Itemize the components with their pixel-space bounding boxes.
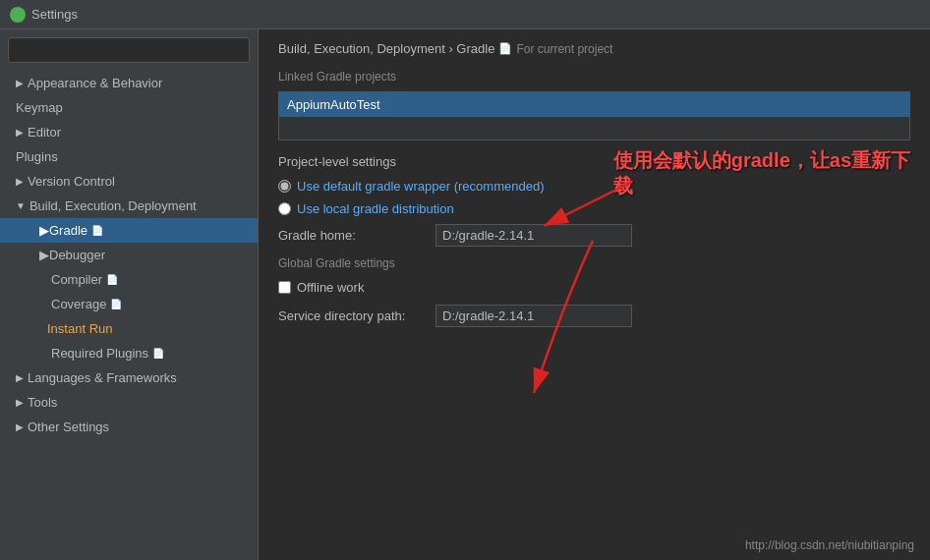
settings-icon [10,7,26,23]
sidebar-item-label: Gradle [49,223,87,238]
page-icon: 📄 [152,348,164,359]
gradle-home-row: Gradle home: [278,224,910,247]
window-title: Settings [31,7,78,22]
sidebar-item-build-execution[interactable]: ▼ Build, Execution, Deployment [0,194,258,218]
sidebar-item-version-control[interactable]: ▶ Version Control [0,169,258,194]
radio-default-wrapper[interactable] [278,180,291,193]
offline-work-checkbox[interactable] [278,281,291,294]
sidebar-item-compiler[interactable]: Compiler 📄 [0,267,258,292]
sidebar-item-other-settings[interactable]: ▶ Other Settings [0,415,258,439]
sidebar-item-label: Version Control [28,174,115,189]
sidebar-item-label: Keymap [16,100,63,115]
breadcrumb: Build, Execution, Deployment › Gradle 📄 … [278,41,910,56]
arrow-icon: ▶ [16,421,24,432]
sidebar-item-label: Instant Run [47,321,113,336]
sidebar: ▶ Appearance & Behavior Keymap ▶ Editor … [0,29,259,560]
sidebar-item-required-plugins[interactable]: Required Plugins 📄 [0,341,258,365]
sidebar-item-coverage[interactable]: Coverage 📄 [0,292,258,316]
arrow-icon: ▶ [16,127,24,138]
sidebar-item-label: Languages & Frameworks [28,370,177,385]
page-icon: 📄 [106,274,118,285]
service-directory-row: Service directory path: [278,305,910,327]
sidebar-item-label: Debugger [49,248,105,262]
sidebar-nav: ▶ Appearance & Behavior Keymap ▶ Editor … [0,71,258,560]
service-directory-input[interactable] [436,305,632,327]
search-input[interactable] [15,43,243,58]
radio-label-local: Use local gradle distribution [297,201,454,216]
global-settings-label: Global Gradle settings [278,256,910,270]
project-label: For current project [516,42,612,56]
service-directory-label: Service directory path: [278,308,436,323]
sidebar-item-label: Other Settings [28,420,109,434]
sidebar-item-editor[interactable]: ▶ Editor [0,120,258,144]
arrow-icon: ▶ [16,78,24,88]
sidebar-item-appearance[interactable]: ▶ Appearance & Behavior [0,71,258,95]
sidebar-item-label: Plugins [16,149,58,164]
search-box[interactable] [8,37,250,63]
arrow-icon: ▶ [16,372,24,383]
sidebar-item-languages[interactable]: ▶ Languages & Frameworks [0,365,258,390]
sidebar-item-gradle[interactable]: ▶ Gradle 📄 [0,218,258,243]
sidebar-item-instant-run[interactable]: Instant Run [0,316,258,341]
gradle-home-label: Gradle home: [278,228,436,243]
sidebar-item-keymap[interactable]: Keymap [0,95,258,120]
linked-project-item[interactable]: AppiumAutoTest [279,92,909,117]
offline-work-label: Offline work [297,280,364,295]
sidebar-item-label: Compiler [51,272,102,287]
linked-projects-label: Linked Gradle projects [278,70,910,84]
radio-option-default-wrapper[interactable]: Use default gradle wrapper (recommended) [278,179,910,194]
sidebar-item-label: Tools [28,395,57,410]
arrow-icon: ▶ [39,223,49,238]
arrow-icon: ▶ [16,397,24,408]
arrow-icon: ▼ [16,200,26,211]
radio-group: Use default gradle wrapper (recommended)… [278,179,910,216]
sidebar-item-tools[interactable]: ▶ Tools [0,390,258,415]
sidebar-item-label: Editor [28,125,61,140]
arrow-icon: ▶ [39,248,49,262]
sidebar-item-label: Required Plugins [51,346,148,361]
breadcrumb-path: Build, Execution, Deployment › Gradle [278,41,494,56]
sidebar-item-label: Coverage [51,297,106,311]
sidebar-item-label: Appearance & Behavior [28,76,162,90]
radio-option-local-distribution[interactable]: Use local gradle distribution [278,201,910,216]
radio-label-default: Use default gradle wrapper (recommended) [297,179,544,194]
gradle-home-input[interactable] [436,224,632,247]
sidebar-item-plugins[interactable]: Plugins [0,144,258,169]
radio-local-distribution[interactable] [278,202,291,215]
arrow-icon: ▶ [16,176,24,187]
sidebar-item-label: Build, Execution, Deployment [29,198,197,213]
watermark: http://blog.csdn.net/niubitianping [745,538,914,552]
main-layout: ▶ Appearance & Behavior Keymap ▶ Editor … [0,29,930,560]
sidebar-item-debugger[interactable]: ▶ Debugger [0,243,258,267]
title-bar: Settings [0,0,930,29]
offline-work-option[interactable]: Offline work [278,280,910,295]
project-file-icon: 📄 [498,42,512,55]
page-icon: 📄 [110,299,122,309]
project-settings-label: Project-level settings [278,154,910,169]
page-icon: 📄 [91,225,103,236]
content-area: Build, Execution, Deployment › Gradle 📄 … [259,29,930,560]
linked-projects-box: AppiumAutoTest [278,91,910,140]
